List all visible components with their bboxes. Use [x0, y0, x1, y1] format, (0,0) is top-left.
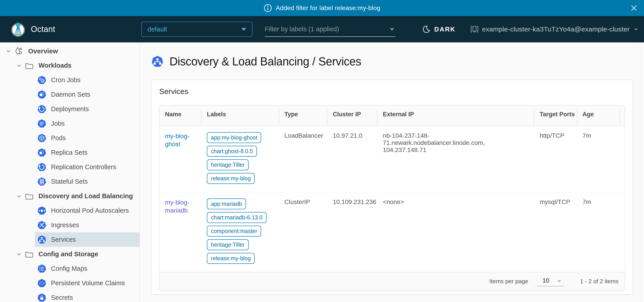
sidebar-item-label: Stateful Sets [51, 178, 88, 185]
sidebar-item-overview[interactable]: Overview [0, 44, 140, 58]
pvc-icon [37, 279, 46, 288]
job-icon [37, 119, 46, 128]
services-card: Services NameLabelsTypeCluster IPExterna… [151, 80, 633, 295]
sidebar-item-label: Replication Controllers [51, 163, 116, 171]
sidebar-item-secrets[interactable]: Secrets [0, 290, 140, 302]
sidebar-item-label: Config and Storage [38, 250, 98, 258]
external-ip-value: nb-104-237-148-71.newark.nodebalancer.li… [377, 126, 534, 192]
hpa-icon [37, 206, 46, 215]
items-per-page-select[interactable]: 10 [538, 276, 564, 286]
sidebar-item-discovery-and-load-balancing[interactable]: Discovery and Load Balancing [0, 189, 140, 203]
type-value: ClusterIP [279, 192, 327, 272]
statefulset-icon [37, 177, 46, 186]
applications-icon [14, 47, 23, 56]
sidebar-item-services[interactable]: Services [0, 232, 140, 247]
alert-bar: Added filter for label release:my-blog [0, 0, 644, 16]
chevron-down-icon[interactable] [5, 48, 11, 54]
sidebar-item-jobs[interactable]: Jobs [0, 116, 140, 131]
label-filter-dropdown[interactable]: Filter by labels (1 applied) [265, 22, 395, 37]
label-pill[interactable]: app:mariadb [207, 198, 246, 209]
app-header: Octant default Filter by labels (1 appli… [0, 16, 644, 42]
sidebar-item-label: Replica Sets [51, 149, 88, 156]
label-pill[interactable]: release:my-blog [207, 253, 255, 264]
sidebar-item-persistent-volume-claims[interactable]: Persistent Volume Claims [0, 276, 140, 290]
sidebar-item-label: Workloads [38, 62, 72, 69]
cluster-ip-value: 10.97.21.0 [327, 126, 377, 192]
sidebar-item-ingresses[interactable]: Ingresses [0, 218, 140, 232]
sidebar-item-pods[interactable]: Pods [0, 131, 140, 145]
label-pill[interactable]: heritage:Tiller [207, 159, 249, 170]
label-pill[interactable]: app:my-blog-ghost [207, 132, 261, 143]
column-header-age: Age [577, 105, 620, 126]
table-row: my-blog-ghostapp:my-blog-ghostchart:ghos… [160, 126, 625, 192]
chevron-down-icon[interactable] [16, 63, 22, 69]
sidebar-item-label: Persistent Volume Claims [51, 280, 125, 287]
folder-icon [25, 192, 34, 200]
sidebar-item-label: Secrets [51, 294, 73, 301]
services-table: NameLabelsTypeCluster IPExternal IPTarge… [159, 105, 625, 291]
sidebar-item-label: Jobs [51, 120, 64, 127]
sidebar-item-daemon-sets[interactable]: Daemon Sets [0, 87, 140, 102]
label-pill[interactable]: chart:mariadb-6.13.0 [207, 212, 266, 223]
main-content: Discovery & Load Balancing / Services Se… [140, 42, 644, 302]
sidebar-item-workloads[interactable]: Workloads [0, 58, 140, 73]
replicationcontroller-icon [37, 162, 46, 172]
caret-down-icon [241, 28, 246, 31]
sidebar-item-label: Daemon Sets [51, 91, 90, 98]
namespace-value: default [148, 26, 167, 33]
sidebar-item-config-and-storage[interactable]: Config and Storage [0, 247, 140, 261]
label-pill[interactable]: chart:ghost-8.0.5 [207, 146, 257, 157]
column-header-spacer [620, 105, 625, 126]
theme-toggle-button[interactable]: DARK [422, 25, 456, 33]
pod-icon [37, 134, 46, 143]
sidebar-item-replication-controllers[interactable]: Replication Controllers [0, 160, 140, 174]
cluster-context-selector[interactable]: example-cluster-ka3TuTzYo4a@example-clus… [470, 25, 639, 33]
cluster-context-label: example-cluster-ka3TuTzYo4a@example-clus… [482, 25, 630, 33]
cluster-ip-value: 10.109.231.236 [327, 192, 377, 272]
target-ports-value: mysql/TCP [534, 192, 577, 272]
sidebar-item-label: Discovery and Load Balancing [38, 192, 133, 200]
sidebar-nav: OverviewWorkloadsCron JobsDaemon SetsDep… [0, 42, 140, 302]
target-ports-value: http/TCP [534, 126, 577, 192]
items-per-page-label: Items per page [490, 278, 528, 285]
scrollbar[interactable] [640, 42, 644, 302]
brand-home-link[interactable]: Octant [0, 21, 140, 37]
sidebar-item-label: Services [51, 236, 76, 243]
folder-icon [25, 250, 34, 258]
sidebar-item-label: Deployments [51, 105, 89, 113]
sidebar-item-deployments[interactable]: Deployments [0, 102, 140, 116]
theme-toggle-label: DARK [434, 26, 456, 33]
label-filter-placeholder: Filter by labels (1 applied) [265, 25, 339, 33]
service-link[interactable]: my-blog-ghost [165, 133, 190, 148]
sidebar-item-label: Overview [28, 47, 58, 55]
host-icon [470, 25, 478, 33]
sidebar-item-label: Pods [51, 134, 66, 142]
folder-icon [25, 62, 34, 69]
label-pill[interactable]: release:my-blog [207, 173, 255, 184]
sidebar-item-replica-sets[interactable]: Replica Sets [0, 145, 140, 160]
chevron-down-icon [389, 26, 395, 32]
chevron-down-icon[interactable] [16, 251, 22, 257]
label-pill[interactable]: component:master [207, 226, 261, 237]
close-icon[interactable] [630, 4, 638, 12]
service-link[interactable]: my-blog-mariadb [165, 199, 190, 214]
label-pill[interactable]: heritage:Tiller [207, 239, 249, 250]
sidebar-item-config-maps[interactable]: Config Maps [0, 261, 140, 276]
external-ip-value: <none> [377, 192, 534, 272]
sidebar-item-label: Horizontal Pod Autoscalers [51, 207, 129, 214]
chevron-down-icon[interactable] [16, 193, 22, 199]
alert-message: Added filter for label release:my-blog [276, 4, 380, 12]
namespace-select[interactable]: default [141, 22, 252, 37]
sidebar-item-stateful-sets[interactable]: Stateful Sets [0, 174, 140, 189]
sidebar-item-label: Config Maps [51, 265, 88, 272]
sidebar-item-horizontal-pod-autoscalers[interactable]: Horizontal Pod Autoscalers [0, 203, 140, 218]
sidebar-item-cron-jobs[interactable]: Cron Jobs [0, 73, 140, 87]
type-value: LoadBalancer [279, 126, 327, 192]
sidebar-item-label: Ingresses [51, 221, 79, 229]
ingress-icon [37, 221, 46, 230]
chevron-down-icon [633, 26, 639, 32]
pagination: Items per page 10 1 - 2 of 2 items [160, 276, 618, 286]
configmap-icon [37, 264, 46, 274]
secret-icon [37, 293, 46, 302]
info-circle-icon [264, 4, 272, 12]
